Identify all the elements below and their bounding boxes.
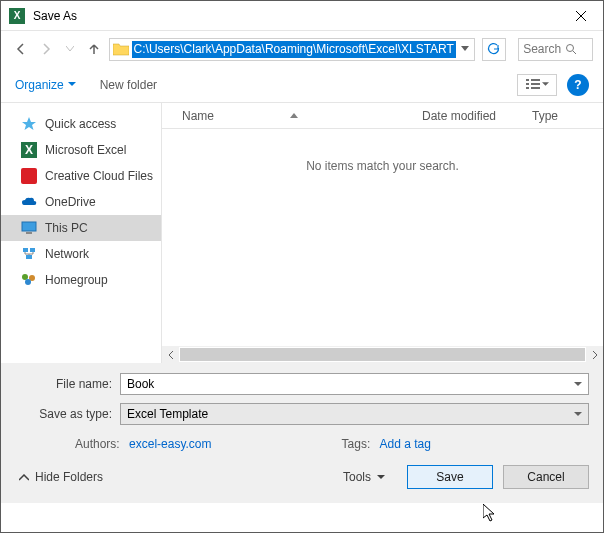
horizontal-scrollbar[interactable] bbox=[162, 346, 603, 363]
search-placeholder: Search bbox=[523, 42, 561, 56]
sidebar-item-label: Quick access bbox=[45, 117, 116, 131]
navigation-pane: Quick access X Microsoft Excel Creative … bbox=[1, 103, 161, 363]
view-options-button[interactable] bbox=[517, 74, 557, 96]
scroll-left-button[interactable] bbox=[162, 346, 179, 363]
savetype-label: Save as type: bbox=[15, 407, 120, 421]
folder-icon bbox=[110, 40, 132, 58]
cancel-button[interactable]: Cancel bbox=[503, 465, 589, 489]
chevron-down-icon bbox=[68, 82, 76, 87]
tags-label: Tags: bbox=[342, 437, 371, 451]
svg-text:X: X bbox=[25, 143, 33, 157]
filename-input[interactable]: Book bbox=[120, 373, 589, 395]
address-text[interactable]: C:\Users\Clark\AppData\Roaming\Microsoft… bbox=[132, 41, 456, 58]
authors-value[interactable]: excel-easy.com bbox=[129, 437, 211, 451]
file-list-header: Name Date modified Type bbox=[162, 103, 603, 129]
svg-point-9 bbox=[22, 274, 28, 280]
address-bar[interactable]: C:\Users\Clark\AppData\Roaming\Microsoft… bbox=[109, 38, 475, 61]
tags-value[interactable]: Add a tag bbox=[380, 437, 431, 451]
authors-field[interactable]: Authors: excel-easy.com bbox=[75, 437, 212, 451]
sidebar-item-label: OneDrive bbox=[45, 195, 96, 209]
refresh-button[interactable] bbox=[482, 38, 506, 61]
sidebar-item-label: This PC bbox=[45, 221, 88, 235]
svg-rect-3 bbox=[21, 168, 37, 184]
chevron-down-icon[interactable] bbox=[574, 412, 582, 417]
pc-icon bbox=[21, 220, 37, 236]
address-dropdown-button[interactable] bbox=[456, 46, 474, 52]
sidebar-item-label: Homegroup bbox=[45, 273, 108, 287]
svg-rect-8 bbox=[26, 255, 32, 259]
sidebar-item-label: Microsoft Excel bbox=[45, 143, 126, 157]
file-list-pane: Name Date modified Type No items match y… bbox=[161, 103, 603, 363]
main-area: Quick access X Microsoft Excel Creative … bbox=[1, 103, 603, 363]
close-icon bbox=[576, 11, 586, 21]
onedrive-icon bbox=[21, 194, 37, 210]
sidebar-item-onedrive[interactable]: OneDrive bbox=[1, 189, 161, 215]
svg-rect-5 bbox=[26, 232, 32, 234]
network-icon bbox=[21, 246, 37, 262]
organize-menu[interactable]: Organize bbox=[15, 78, 76, 92]
svg-point-11 bbox=[25, 279, 31, 285]
column-header-name[interactable]: Name bbox=[162, 109, 412, 123]
hide-folders-button[interactable]: Hide Folders bbox=[15, 470, 103, 484]
bottom-panel: File name: Book Save as type: Excel Temp… bbox=[1, 363, 603, 503]
list-view-icon bbox=[526, 79, 540, 91]
empty-list-message: No items match your search. bbox=[162, 129, 603, 346]
sidebar-item-creative-cloud[interactable]: Creative Cloud Files bbox=[1, 163, 161, 189]
scrollbar-thumb[interactable] bbox=[179, 347, 586, 362]
star-icon bbox=[21, 116, 37, 132]
svg-rect-4 bbox=[22, 222, 36, 231]
filename-label: File name: bbox=[15, 377, 120, 391]
organize-label: Organize bbox=[15, 78, 64, 92]
svg-point-0 bbox=[567, 45, 574, 52]
creative-cloud-icon bbox=[21, 168, 37, 184]
sort-asc-icon bbox=[290, 113, 298, 118]
column-header-type[interactable]: Type bbox=[522, 109, 568, 123]
homegroup-icon bbox=[21, 272, 37, 288]
back-button[interactable] bbox=[11, 38, 31, 60]
chevron-down-icon[interactable] bbox=[574, 382, 582, 387]
search-icon bbox=[565, 43, 577, 55]
excel-app-icon: X bbox=[9, 8, 25, 24]
tags-field[interactable]: Tags: Add a tag bbox=[342, 437, 431, 451]
search-input[interactable]: Search bbox=[518, 38, 593, 61]
excel-icon: X bbox=[21, 142, 37, 158]
svg-rect-6 bbox=[23, 248, 28, 252]
close-button[interactable] bbox=[558, 1, 603, 31]
tools-menu[interactable]: Tools bbox=[343, 470, 385, 484]
sidebar-item-this-pc[interactable]: This PC bbox=[1, 215, 161, 241]
sidebar-item-label: Creative Cloud Files bbox=[45, 169, 153, 183]
forward-button[interactable] bbox=[35, 38, 55, 60]
savetype-dropdown[interactable]: Excel Template bbox=[120, 403, 589, 425]
toolbar: Organize New folder ? bbox=[1, 67, 603, 103]
recent-locations-button[interactable] bbox=[60, 38, 80, 60]
svg-rect-7 bbox=[30, 248, 35, 252]
sidebar-item-homegroup[interactable]: Homegroup bbox=[1, 267, 161, 293]
chevron-down-icon bbox=[377, 475, 385, 480]
title-bar: X Save As bbox=[1, 1, 603, 31]
scroll-right-button[interactable] bbox=[586, 346, 603, 363]
chevron-up-icon bbox=[19, 474, 29, 481]
up-button[interactable] bbox=[84, 38, 104, 60]
help-button[interactable]: ? bbox=[567, 74, 589, 96]
authors-label: Authors: bbox=[75, 437, 120, 451]
sidebar-item-excel[interactable]: X Microsoft Excel bbox=[1, 137, 161, 163]
window-title: Save As bbox=[33, 9, 77, 23]
save-button[interactable]: Save bbox=[407, 465, 493, 489]
column-header-date[interactable]: Date modified bbox=[412, 109, 522, 123]
new-folder-button[interactable]: New folder bbox=[100, 78, 157, 92]
sidebar-item-quick-access[interactable]: Quick access bbox=[1, 111, 161, 137]
sidebar-item-label: Network bbox=[45, 247, 89, 261]
cursor-icon bbox=[483, 504, 499, 524]
chevron-down-icon bbox=[542, 82, 549, 87]
nav-bar: C:\Users\Clark\AppData\Roaming\Microsoft… bbox=[1, 31, 603, 67]
sidebar-item-network[interactable]: Network bbox=[1, 241, 161, 267]
